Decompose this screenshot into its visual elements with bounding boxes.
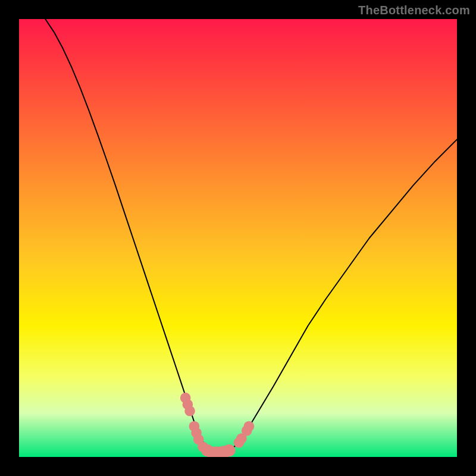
plot-area [19, 19, 457, 457]
data-marker [223, 444, 236, 457]
bottleneck-curve-line [45, 19, 457, 453]
chart-stage: TheBottleneck.com [0, 0, 476, 476]
watermark-text: TheBottleneck.com [358, 4, 470, 17]
marker-group [180, 393, 254, 457]
data-marker [244, 421, 255, 432]
data-marker [184, 406, 195, 416]
chart-svg [19, 19, 457, 457]
